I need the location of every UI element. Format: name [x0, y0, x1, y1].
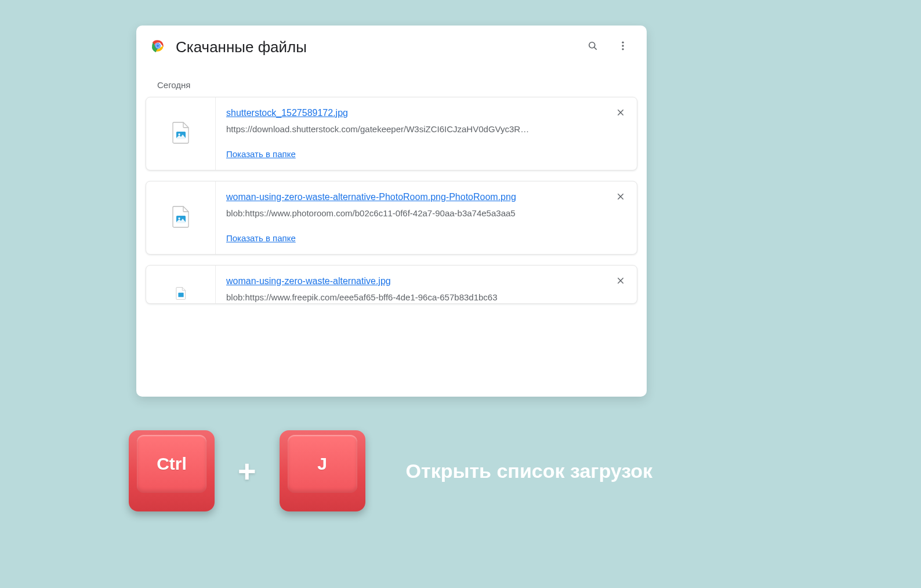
close-icon	[616, 276, 625, 288]
remove-download-button[interactable]	[612, 190, 629, 206]
download-file-icon-area	[146, 182, 216, 254]
image-file-icon	[172, 206, 190, 230]
search-icon	[587, 40, 599, 54]
svg-point-6	[622, 42, 623, 43]
download-item: shutterstock_1527589172.jpg https://down…	[146, 97, 637, 170]
date-section-label: Сегодня	[157, 80, 647, 90]
svg-point-10	[178, 133, 180, 135]
download-filename-link[interactable]: woman-using-zero-waste-alternative.jpg	[226, 276, 391, 286]
remove-download-button[interactable]	[612, 274, 629, 290]
show-in-folder-link[interactable]: Показать в папке	[226, 149, 296, 159]
show-in-folder-link[interactable]: Показать в папке	[226, 233, 296, 243]
downloads-panel: Скачанные файлы Сегодня	[136, 26, 647, 397]
page-title: Скачанные файлы	[176, 38, 572, 56]
download-source-url: https://download.shutterstock.com/gateke…	[226, 124, 597, 134]
keycap-ctrl: Ctrl	[129, 430, 215, 511]
svg-rect-17	[178, 293, 183, 297]
download-filename-link[interactable]: shutterstock_1527589172.jpg	[226, 108, 348, 118]
more-options-button[interactable]	[613, 37, 633, 57]
download-item: woman-using-zero-waste-alternative-Photo…	[146, 181, 637, 255]
download-filename-link[interactable]: woman-using-zero-waste-alternative-Photo…	[226, 192, 516, 202]
search-button[interactable]	[583, 37, 603, 57]
svg-line-5	[594, 48, 597, 50]
svg-point-14	[178, 217, 180, 219]
download-body: woman-using-zero-waste-alternative.jpg b…	[216, 266, 637, 303]
keycap-label: Ctrl	[137, 435, 206, 493]
svg-point-4	[589, 42, 595, 48]
svg-point-3	[156, 44, 159, 47]
image-file-icon	[172, 287, 190, 302]
download-item: woman-using-zero-waste-alternative.jpg b…	[146, 265, 637, 304]
download-body: shutterstock_1527589172.jpg https://down…	[216, 97, 637, 170]
svg-point-7	[622, 45, 623, 46]
download-list: shutterstock_1527589172.jpg https://down…	[136, 97, 647, 304]
shortcut-description: Открыть список загрузок	[406, 460, 653, 482]
chrome-logo-icon	[150, 38, 165, 56]
download-body: woman-using-zero-waste-alternative-Photo…	[216, 182, 637, 254]
download-source-url: blob:https://www.freepik.com/eee5af65-bf…	[226, 292, 597, 302]
downloads-header: Скачанные файлы	[136, 26, 647, 65]
download-file-icon-area	[146, 97, 216, 170]
keycap-label: J	[288, 435, 357, 493]
remove-download-button[interactable]	[612, 106, 629, 122]
close-icon	[616, 192, 625, 204]
image-file-icon	[172, 122, 190, 146]
more-vertical-icon	[617, 40, 629, 54]
download-source-url: blob:https://www.photoroom.com/b02c6c11-…	[226, 208, 597, 218]
svg-point-8	[622, 48, 623, 50]
download-file-icon-area	[146, 266, 216, 303]
close-icon	[616, 108, 625, 119]
keyboard-shortcut-hint: Ctrl + J Открыть список загрузок	[129, 430, 652, 511]
keycap-j: J	[280, 430, 365, 511]
plus-separator: +	[238, 453, 256, 489]
